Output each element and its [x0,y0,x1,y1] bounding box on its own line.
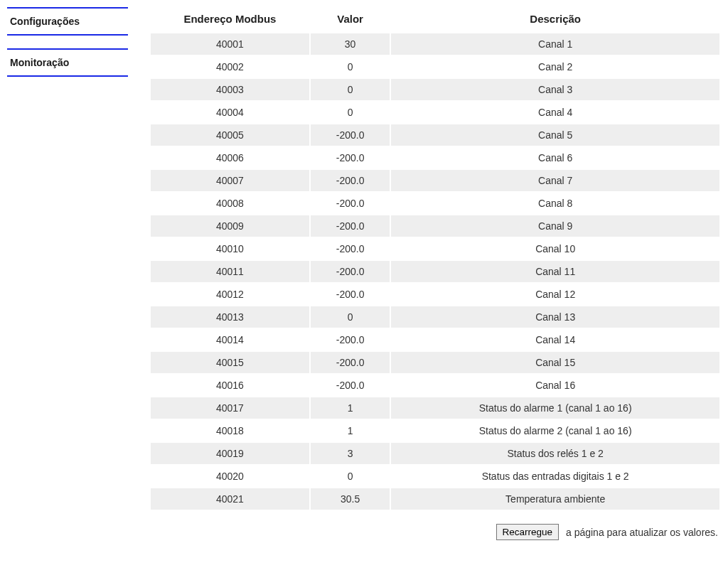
cell-description: Canal 16 [391,375,719,396]
modbus-table: Endereço Modbus Valor Descrição 4000130C… [149,7,721,511]
cell-value: -200.0 [311,124,390,146]
cell-address: 40020 [151,466,309,487]
cell-value: -200.0 [311,261,390,282]
cell-value: 0 [311,79,390,100]
sidebar-item-config[interactable]: Configurações [7,7,128,36]
cell-description: Canal 1 [391,33,719,55]
cell-description: Canal 5 [391,124,719,146]
app-container: Configurações Monitoração Endereço Modbu… [0,0,728,540]
table-row: 40011-200.0Canal 11 [151,261,719,282]
cell-address: 40013 [151,306,309,328]
cell-address: 40021 [151,488,309,510]
cell-description: Canal 12 [391,284,719,305]
table-row: 40010-200.0Canal 10 [151,238,719,259]
cell-description: Canal 6 [391,147,719,168]
table-row: 40012-200.0Canal 12 [151,284,719,305]
cell-description: Canal 9 [391,215,719,237]
cell-address: 40010 [151,238,309,259]
cell-address: 40011 [151,261,309,282]
cell-description: Canal 13 [391,306,719,328]
cell-value: 0 [311,56,390,77]
cell-description: Canal 4 [391,102,719,123]
table-row: 400130Canal 13 [151,306,719,328]
cell-address: 40018 [151,420,309,441]
cell-value: -200.0 [311,352,390,373]
cell-address: 40001 [151,33,309,55]
table-row: 40015-200.0Canal 15 [151,352,719,373]
cell-description: Canal 11 [391,261,719,282]
sidebar: Configurações Monitoração [7,7,135,540]
cell-address: 40006 [151,147,309,168]
cell-description: Canal 14 [391,329,719,350]
header-address: Endereço Modbus [151,9,309,32]
cell-value: -200.0 [311,329,390,350]
reload-button[interactable]: Recarregue [496,524,560,540]
cell-value: 0 [311,102,390,123]
cell-address: 40017 [151,397,309,419]
table-row: 40016-200.0Canal 16 [151,375,719,396]
cell-description: Status dos relés 1 e 2 [391,443,719,464]
cell-description: Canal 7 [391,170,719,191]
table-row: 40009-200.0Canal 9 [151,215,719,237]
table-row: 40014-200.0Canal 14 [151,329,719,350]
cell-value: -200.0 [311,193,390,214]
sidebar-item-monitor[interactable]: Monitoração [7,48,128,77]
cell-value: 30 [311,33,390,55]
table-row: 400040Canal 4 [151,102,719,123]
cell-address: 40016 [151,375,309,396]
table-row: 400181Status do alarme 2 (canal 1 ao 16) [151,420,719,441]
cell-address: 40005 [151,124,309,146]
footer-text: a página para atualizar os valores. [566,527,718,538]
cell-description: Canal 15 [391,352,719,373]
cell-description: Status do alarme 1 (canal 1 ao 16) [391,397,719,419]
cell-description: Status do alarme 2 (canal 1 ao 16) [391,420,719,441]
table-row: 40008-200.0Canal 8 [151,193,719,214]
cell-address: 40012 [151,284,309,305]
table-row: 40006-200.0Canal 6 [151,147,719,168]
table-row: 4002130.5Temperatura ambiente [151,488,719,510]
cell-address: 40014 [151,329,309,350]
table-row: 400200Status das entradas digitais 1 e 2 [151,466,719,487]
cell-value: -200.0 [311,215,390,237]
cell-address: 40009 [151,215,309,237]
cell-value: 30.5 [311,488,390,510]
cell-description: Canal 10 [391,238,719,259]
table-header-row: Endereço Modbus Valor Descrição [151,9,719,32]
cell-value: 0 [311,466,390,487]
cell-value: -200.0 [311,238,390,259]
cell-address: 40019 [151,443,309,464]
table-row: 400030Canal 3 [151,79,719,100]
footer: Recarregue a página para atualizar os va… [149,524,721,540]
header-value: Valor [311,9,390,32]
table-row: 40005-200.0Canal 5 [151,124,719,146]
cell-address: 40002 [151,56,309,77]
cell-description: Status das entradas digitais 1 e 2 [391,466,719,487]
cell-address: 40015 [151,352,309,373]
cell-value: 1 [311,397,390,419]
cell-address: 40008 [151,193,309,214]
main-content: Endereço Modbus Valor Descrição 4000130C… [135,7,728,540]
cell-value: -200.0 [311,284,390,305]
table-row: 400193Status dos relés 1 e 2 [151,443,719,464]
cell-address: 40004 [151,102,309,123]
cell-description: Canal 8 [391,193,719,214]
table-row: 400020Canal 2 [151,56,719,77]
cell-value: -200.0 [311,170,390,191]
cell-description: Temperatura ambiente [391,488,719,510]
cell-description: Canal 2 [391,56,719,77]
table-row: 40007-200.0Canal 7 [151,170,719,191]
cell-value: -200.0 [311,147,390,168]
cell-description: Canal 3 [391,79,719,100]
cell-address: 40007 [151,170,309,191]
cell-value: 1 [311,420,390,441]
cell-address: 40003 [151,79,309,100]
header-description: Descrição [391,9,719,32]
table-row: 400171Status do alarme 1 (canal 1 ao 16) [151,397,719,419]
cell-value: -200.0 [311,375,390,396]
table-row: 4000130Canal 1 [151,33,719,55]
cell-value: 3 [311,443,390,464]
cell-value: 0 [311,306,390,328]
